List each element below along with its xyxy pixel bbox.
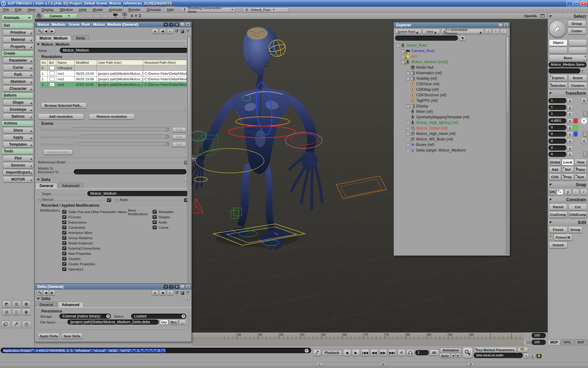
panel-tab-kp-l[interactable]: KP/L xyxy=(561,339,574,345)
transform-header[interactable]: Transform xyxy=(548,90,587,96)
refresh-icon[interactable]: ↻ xyxy=(492,29,499,34)
file-name-input[interactable]: [project path]\Deltas\Mulcor_Medium_Delt… xyxy=(67,320,159,325)
toolbar-section-deform[interactable]: Deform xyxy=(2,93,33,98)
constrain-header[interactable]: Constrain xyxy=(548,197,587,203)
rotate-z-field[interactable]: 0 xyxy=(548,132,566,137)
menu-render[interactable]: Render xyxy=(125,7,143,12)
next-button[interactable]: ▶ xyxy=(49,290,55,295)
panel-tab-mcp[interactable]: MCP xyxy=(548,339,560,345)
tab-delta[interactable]: Delta xyxy=(72,35,89,41)
window-close-icon[interactable]: X xyxy=(186,22,190,26)
param-up-icon[interactable]: ▲ xyxy=(524,353,529,358)
toolbar-button-property[interactable]: Property xyxy=(3,44,33,50)
window-close-icon[interactable]: X xyxy=(504,23,508,27)
toolbar-section-tools[interactable]: Tools xyxy=(2,148,33,154)
resolution-row-2[interactable]: 2res206/25 19:08[project path]\Models\Mu… xyxy=(40,76,187,82)
tree-item-mulcor-high-mesh-ref[interactable]: +Mulcor_High_mesh (ref) xyxy=(395,131,510,136)
transport-button[interactable]: ▶ xyxy=(352,349,360,356)
marked-parameter-field[interactable]: kine.local.ori.euler xyxy=(474,353,523,358)
globe-icon[interactable]: ◑ xyxy=(169,285,174,289)
local-button[interactable]: Local xyxy=(562,159,574,166)
eye-icon[interactable]: ▼ xyxy=(122,13,127,19)
cog-button[interactable]: COG xyxy=(549,174,561,180)
tree-item-cdkglue-ref[interactable]: CCDKGlue (ref) xyxy=(395,81,510,87)
layout-preset-button[interactable]: ▦ xyxy=(22,301,31,307)
explorer-scrollbar[interactable] xyxy=(506,36,509,254)
snap-grid-button[interactable]: # xyxy=(580,189,587,195)
checkbox-operators[interactable]: ✓ xyxy=(62,267,66,271)
pin-icon[interactable]: ◪ xyxy=(181,29,184,33)
range-end-field2[interactable]: 100 xyxy=(532,340,546,345)
toolbar-button-shape[interactable]: Shape xyxy=(3,99,33,105)
animate-mode-dropdown[interactable]: Animate▼ xyxy=(2,14,33,21)
current-frame-field[interactable]: 1 xyxy=(415,350,429,355)
global-button[interactable]: Global xyxy=(549,159,561,166)
active-checkbox[interactable] xyxy=(50,77,55,81)
freeze-m-button[interactable]: Freeze M xyxy=(554,234,572,241)
tree-item-tagppg-ref[interactable]: CTagPPG (ref) xyxy=(395,98,510,103)
name-input[interactable]: Mulcor_Medium xyxy=(60,48,188,53)
checkbox-expressions[interactable]: ✓ xyxy=(62,220,66,224)
property-scrollbar[interactable] xyxy=(187,36,191,282)
view-button[interactable]: View xyxy=(575,159,587,166)
tree-item-light[interactable]: +Hlight xyxy=(395,54,510,59)
search-go-button[interactable]: ◥ xyxy=(459,36,465,41)
prop-button[interactable]: Prop xyxy=(562,174,574,180)
expander-icon[interactable]: + xyxy=(406,149,409,152)
menu-help[interactable]: Help xyxy=(76,7,90,12)
res-button[interactable]: Res xyxy=(169,320,178,325)
s-mode-button[interactable]: s xyxy=(581,97,587,104)
event-dropdown[interactable]: ▼ xyxy=(71,127,170,132)
window-minimize-icon[interactable]: _ xyxy=(180,22,185,26)
interaction-mode-icon[interactable] xyxy=(313,349,321,356)
section-header-mulcor[interactable]: Mulcor_Medium ? xyxy=(35,41,191,47)
tab-advanced[interactable]: Advanced xyxy=(58,183,83,188)
timeline-ruler[interactable]: 404550556065707580859095 xyxy=(192,332,524,339)
memo-cam-slot[interactable] xyxy=(78,14,85,18)
magnet-icon[interactable]: ↺ xyxy=(175,290,179,295)
column-header[interactable]: Act xyxy=(48,60,56,65)
column-header[interactable]: Modified xyxy=(75,60,97,65)
prev-button[interactable]: ◀ xyxy=(43,290,49,295)
axis-z-toggle[interactable]: z xyxy=(567,152,573,157)
tree-item-bones-ref[interactable]: +Bones (ref) xyxy=(395,142,510,148)
keyframe-button[interactable] xyxy=(462,347,473,358)
immed-button[interactable]: Immed xyxy=(549,242,567,248)
translate-x-field[interactable]: 0 xyxy=(548,139,566,144)
usr-button[interactable]: Usr xyxy=(160,320,168,325)
remove-resolution-button[interactable]: Remove resolution xyxy=(89,113,135,120)
center-button[interactable]: Center xyxy=(567,28,586,34)
checkbox-model-instances[interactable]: ✓ xyxy=(62,241,66,245)
bone-filter-dropdown[interactable]: Bone xyxy=(549,55,587,61)
scale-y-field[interactable]: 1 xyxy=(548,105,566,110)
toolbar-section-actions[interactable]: Actions xyxy=(2,121,33,126)
tree-item-mulcor-global-ref[interactable]: +Mulcor_Global (ref) xyxy=(395,125,510,131)
layout-preset-button[interactable]: ▤ xyxy=(2,309,11,315)
column-header[interactable]: Inc xyxy=(40,60,48,65)
explorer-titlebar[interactable]: Explorer _ X xyxy=(394,22,510,28)
toolbar-button-curve[interactable]: Curve xyxy=(3,64,33,71)
checkbox-external-connections[interactable]: ✓ xyxy=(62,246,66,250)
toolbar-button-material[interactable]: Material xyxy=(3,36,33,43)
checkbox-animation-mixer[interactable]: ✓ xyxy=(62,231,66,235)
expander-icon[interactable]: + xyxy=(406,138,409,141)
expander-icon[interactable]: + xyxy=(406,127,409,130)
toolbar-button-character[interactable]: Character xyxy=(3,86,33,92)
window-minimize-icon[interactable]: _ xyxy=(180,285,185,289)
restore-button[interactable]: ❐ xyxy=(574,1,580,6)
tree-item-kinematics-ref[interactable]: +Kinematics (ref) xyxy=(395,70,510,76)
memo-cam-slot[interactable] xyxy=(94,14,101,18)
target-input[interactable]: Mulcor_Medium xyxy=(87,191,188,196)
window-close-icon[interactable]: X xyxy=(186,285,190,289)
chldcomp-button[interactable]: ChldComp xyxy=(568,211,587,218)
opengl-dropdown[interactable]: OpenGL xyxy=(524,14,537,18)
checkbox-cluster-properties[interactable]: ✓ xyxy=(62,262,66,266)
expander-icon[interactable]: + xyxy=(406,105,409,108)
checkbox-audio[interactable]: ✓ xyxy=(153,220,157,224)
event-edit-button[interactable]: Edit xyxy=(172,142,186,147)
property-window-titlebar[interactable]: Mulcor_Medium : Scene_Root : Mulcor_Medi… xyxy=(35,22,191,27)
tab-advanced[interactable]: Advanced xyxy=(58,302,83,307)
up-level-button[interactable]: ▲ xyxy=(152,290,158,295)
tree-item-visibility-ref[interactable]: +Visibility (ref) xyxy=(395,76,510,81)
toolbar-button-primitive[interactable]: Primitive xyxy=(3,29,33,36)
